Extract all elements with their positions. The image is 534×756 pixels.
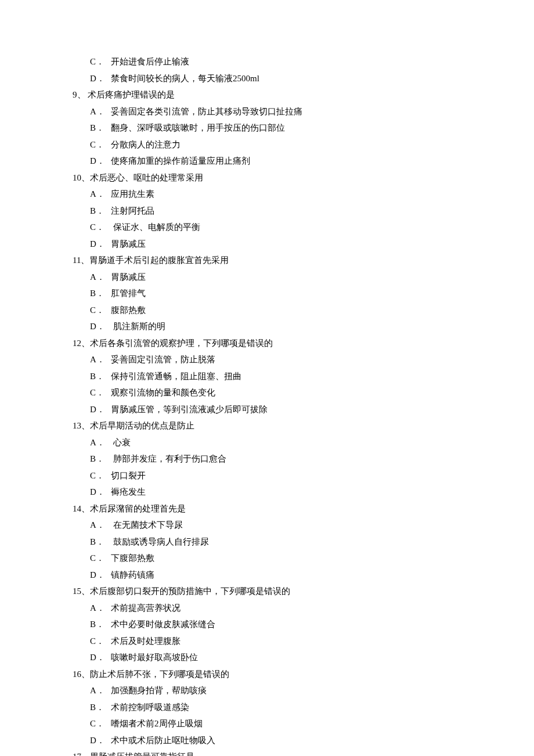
question-text: 10、术后恶心、呕吐的处理常采用 — [73, 170, 461, 186]
option-text: 保持引流管通畅，阻止阻塞、扭曲 — [111, 372, 241, 381]
option-text: 肛管排气 — [111, 289, 146, 298]
option-letter: C． — [90, 633, 111, 650]
option-text: 术前提高营养状况 — [111, 603, 181, 613]
option-text: 使疼痛加重的操作前适量应用止痛剂 — [111, 156, 250, 165]
option-text: 翻身、深呼吸或咳嗽时，用手按压的伤口部位 — [111, 123, 285, 132]
option-text: 观察引流物的量和颜色变化 — [111, 388, 215, 397]
option-letter: D． — [90, 567, 111, 584]
option-text: 肌注新斯的明 — [111, 322, 165, 331]
question-text: 11、胃肠道手术后引起的腹胀宜首先采用 — [73, 252, 461, 269]
question-text: 9、 术后疼痛护理错误的是 — [73, 87, 461, 103]
option-letter: A． — [90, 269, 111, 286]
answer-option: A．妥善固定各类引流管，防止其移动导致切口扯拉痛 — [73, 103, 461, 120]
answer-option: A．术前提高营养状况 — [73, 600, 461, 617]
option-text: 妥善固定各类引流管，防止其移动导致切口扯拉痛 — [111, 107, 302, 116]
answer-option: B． 肺部并发症，有利于伤口愈合 — [73, 451, 461, 467]
option-text: 分散病人的注意力 — [111, 140, 181, 149]
option-letter: A． — [90, 186, 111, 203]
question-text: 16、防止术后肺不张，下列哪项是错误的 — [73, 666, 461, 683]
option-letter: D． — [90, 318, 111, 335]
option-text: 肺部并发症，有利于伤口愈合 — [111, 454, 226, 463]
option-letter: B． — [90, 120, 111, 136]
option-text: 胃肠减压管，等到引流液减少后即可拔除 — [111, 405, 268, 414]
option-letter: D． — [90, 732, 111, 749]
option-letter: D． — [90, 236, 111, 253]
question-text: 15、术后腹部切口裂开的预防措施中，下列哪项是错误的 — [73, 583, 461, 600]
answer-option: C．嗜烟者术前2周停止吸烟 — [73, 715, 461, 732]
option-text: 鼓励或诱导病人自行排尿 — [111, 537, 209, 546]
answer-option: A．应用抗生素 — [73, 186, 461, 203]
option-letter: A． — [90, 517, 111, 534]
option-letter: D． — [90, 70, 111, 87]
option-text: 术中必要时做皮肤减张缝合 — [111, 620, 215, 629]
document-content: C．开始进食后停止输液D．禁食时间较长的病人，每天输液2500ml9、 术后疼痛… — [73, 53, 461, 756]
option-letter: A． — [90, 434, 111, 451]
answer-option: D．禁食时间较长的病人，每天输液2500ml — [73, 70, 461, 87]
option-letter: C． — [90, 467, 111, 484]
option-letter: C． — [90, 302, 111, 319]
answer-option: D．镇静药镇痛 — [73, 567, 461, 584]
option-text: 镇静药镇痛 — [111, 570, 154, 579]
option-text: 注射阿托品 — [111, 206, 154, 215]
option-letter: C． — [90, 550, 111, 567]
option-text: 应用抗生素 — [111, 189, 154, 199]
option-text: 咳嗽时最好取高坡卧位 — [111, 653, 198, 662]
option-text: 保证水、电解质的平衡 — [111, 222, 200, 232]
option-text: 心衰 — [111, 438, 131, 447]
option-letter: B． — [90, 451, 111, 467]
option-text: 嗜烟者术前2周停止吸烟 — [111, 719, 203, 728]
option-letter: A． — [90, 682, 111, 699]
option-letter: D． — [90, 401, 111, 418]
option-text: 胃肠减压 — [111, 239, 146, 249]
option-text: 开始进食后停止输液 — [111, 57, 189, 66]
option-text: 术后及时处理腹胀 — [111, 636, 181, 646]
option-letter: D． — [90, 484, 111, 501]
question-text: 12、术后各条引流管的观察护理，下列哪项是错误的 — [73, 335, 461, 352]
option-text: 在无菌技术下导尿 — [111, 520, 183, 530]
answer-option: C．术后及时处理腹胀 — [73, 633, 461, 650]
option-text: 加强翻身拍背，帮助咳痰 — [111, 686, 207, 695]
answer-option: C．观察引流物的量和颜色变化 — [73, 384, 461, 401]
option-letter: C． — [90, 219, 111, 236]
option-letter: B． — [90, 285, 111, 302]
answer-option: D．术中或术后防止呕吐物吸入 — [73, 732, 461, 749]
answer-option: D．褥疮发生 — [73, 484, 461, 501]
option-letter: C． — [90, 136, 111, 153]
answer-option: A．胃肠减压 — [73, 269, 461, 286]
answer-option: B．注射阿托品 — [73, 203, 461, 219]
option-text: 妥善固定引流管，防止脱落 — [111, 355, 215, 364]
option-letter: D． — [90, 649, 111, 666]
option-letter: C． — [90, 715, 111, 732]
option-letter: C． — [90, 384, 111, 401]
option-letter: A． — [90, 600, 111, 617]
answer-option: B． 鼓励或诱导病人自行排尿 — [73, 534, 461, 550]
answer-option: B．术中必要时做皮肤减张缝合 — [73, 616, 461, 633]
answer-option: B．保持引流管通畅，阻止阻塞、扭曲 — [73, 368, 461, 385]
answer-option: B．术前控制呼吸道感染 — [73, 699, 461, 716]
option-text: 胃肠减压 — [111, 272, 146, 282]
option-letter: B． — [90, 203, 111, 219]
answer-option: D．胃肠减压 — [73, 236, 461, 253]
option-text: 下腹部热敷 — [111, 553, 154, 563]
option-letter: A． — [90, 103, 111, 120]
answer-option: B．翻身、深呼吸或咳嗽时，用手按压的伤口部位 — [73, 120, 461, 136]
question-text: 17、胃肠减压拔管最可靠指征是 — [73, 748, 461, 756]
answer-option: D．胃肠减压管，等到引流液减少后即可拔除 — [73, 401, 461, 418]
option-letter: A． — [90, 351, 111, 368]
answer-option: C． 保证水、电解质的平衡 — [73, 219, 461, 236]
option-text: 术中或术后防止呕吐物吸入 — [111, 736, 215, 745]
answer-option: C．切口裂开 — [73, 467, 461, 484]
answer-option: C．开始进食后停止输液 — [73, 53, 461, 70]
answer-option: A．加强翻身拍背，帮助咳痰 — [73, 682, 461, 699]
option-letter: B． — [90, 616, 111, 633]
option-text: 切口裂开 — [111, 471, 146, 480]
answer-option: D．咳嗽时最好取高坡卧位 — [73, 649, 461, 666]
option-letter: D． — [90, 153, 111, 170]
answer-option: A．妥善固定引流管，防止脱落 — [73, 351, 461, 368]
answer-option: C．分散病人的注意力 — [73, 136, 461, 153]
answer-option: A． 在无菌技术下导尿 — [73, 517, 461, 534]
option-text: 腹部热敷 — [111, 305, 146, 315]
option-letter: B． — [90, 534, 111, 550]
option-letter: B． — [90, 368, 111, 385]
answer-option: C．腹部热敷 — [73, 302, 461, 319]
